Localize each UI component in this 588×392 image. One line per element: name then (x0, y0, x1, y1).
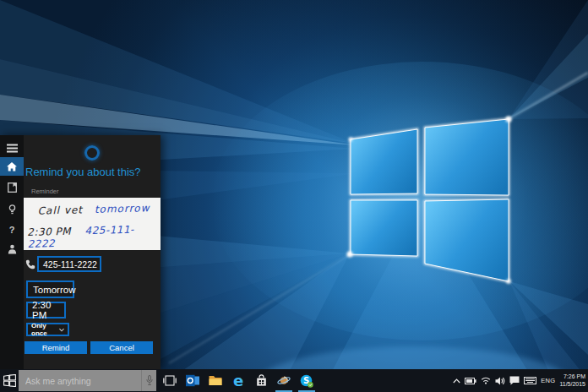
remind-button[interactable]: Remind (24, 341, 87, 354)
taskbar-item-outlook[interactable] (186, 369, 199, 392)
phone-icon (25, 259, 35, 270)
taskbar-item-store[interactable] (254, 369, 268, 392)
sidebar-item-notebook[interactable] (0, 178, 24, 197)
chevron-up-icon (453, 378, 460, 384)
time-field[interactable]: 2:30 PM (26, 302, 66, 318)
touch-keyboard-button[interactable] (524, 377, 536, 384)
cortana-logo-icon (84, 145, 100, 161)
show-hidden-icons-button[interactable] (453, 378, 460, 384)
action-center-button[interactable] (509, 376, 520, 385)
volume-indicator[interactable] (495, 377, 505, 385)
taskbar-item-skype[interactable]: S (300, 369, 313, 392)
store-icon (255, 374, 268, 387)
taskbar-item-file-explorer[interactable] (209, 369, 222, 392)
clock[interactable]: 7:26 PM 11/5/2015 (559, 373, 585, 388)
date-field[interactable]: Tomorrow (26, 280, 74, 298)
reminder-section-label: Reminder (31, 188, 59, 195)
battery-icon (465, 378, 476, 384)
clock-time: 7:26 PM (559, 373, 585, 381)
outlook-icon (186, 374, 199, 387)
skype-icon: S (300, 374, 313, 388)
system-tray: ENG 7:26 PM 11/5/2015 (453, 369, 585, 392)
feedback-person-icon (8, 244, 17, 254)
keyboard-icon (524, 377, 536, 384)
file-explorer-icon (209, 375, 222, 386)
start-button[interactable] (3, 374, 16, 387)
sidebar-item-help[interactable]: ? (0, 220, 24, 239)
ink-text-tomorrow: tomorrow (95, 202, 150, 215)
network-indicator[interactable] (481, 377, 491, 384)
clock-date: 11/5/2015 (559, 381, 585, 389)
taskbar: e (0, 369, 588, 392)
home-icon (7, 162, 17, 172)
cortana-prompt-title: Remind you about this? (25, 166, 156, 178)
wifi-icon (481, 377, 491, 384)
frequency-dropdown[interactable]: Only once (26, 323, 69, 336)
battery-indicator[interactable] (465, 378, 476, 384)
microphone-icon (146, 375, 153, 386)
microphone-button[interactable] (141, 370, 156, 391)
speaker-icon (495, 377, 505, 385)
ink-line-1: Call vet tomorrow (37, 202, 150, 216)
cortana-search-box[interactable] (19, 370, 156, 391)
planet-app-icon (277, 374, 291, 387)
desktop-screen: ? Remind you about this? Reminder Call v… (0, 0, 588, 392)
notebook-icon (8, 182, 17, 193)
language-indicator[interactable]: ENG (541, 377, 555, 384)
ink-note-canvas[interactable]: Call vet tomorrow 2:30 PM 425-111-2222 (24, 198, 161, 250)
ink-text-time: 2:30 PM (27, 226, 71, 238)
taskbar-item-edge[interactable]: e (231, 369, 245, 392)
sidebar-item-feedback[interactable] (0, 240, 24, 259)
sidebar-item-home[interactable] (0, 157, 24, 176)
question-mark-icon: ? (9, 225, 15, 235)
taskbar-apps: e (163, 369, 313, 392)
search-input[interactable] (19, 376, 141, 386)
cortana-panel: ? Remind you about this? Reminder Call v… (0, 135, 161, 369)
task-view-icon (163, 375, 177, 386)
edge-icon: e (233, 374, 243, 388)
chevron-down-icon (59, 328, 64, 332)
taskbar-item-planet-app[interactable] (277, 369, 291, 392)
cortana-sidebar: ? (0, 135, 24, 369)
cancel-button[interactable]: Cancel (90, 341, 153, 354)
ink-line-2: 2:30 PM 425-111-2222 (27, 223, 161, 250)
frequency-value: Only once (31, 322, 59, 337)
hamburger-menu-icon[interactable] (0, 139, 24, 157)
lightbulb-icon (8, 204, 17, 215)
task-view-button[interactable] (163, 369, 177, 392)
sidebar-item-reminders[interactable] (0, 200, 24, 219)
action-center-icon (509, 376, 520, 385)
phone-number-field[interactable]: 425-111-2222 (37, 256, 101, 272)
ink-text-call-vet: Call vet (37, 204, 83, 216)
